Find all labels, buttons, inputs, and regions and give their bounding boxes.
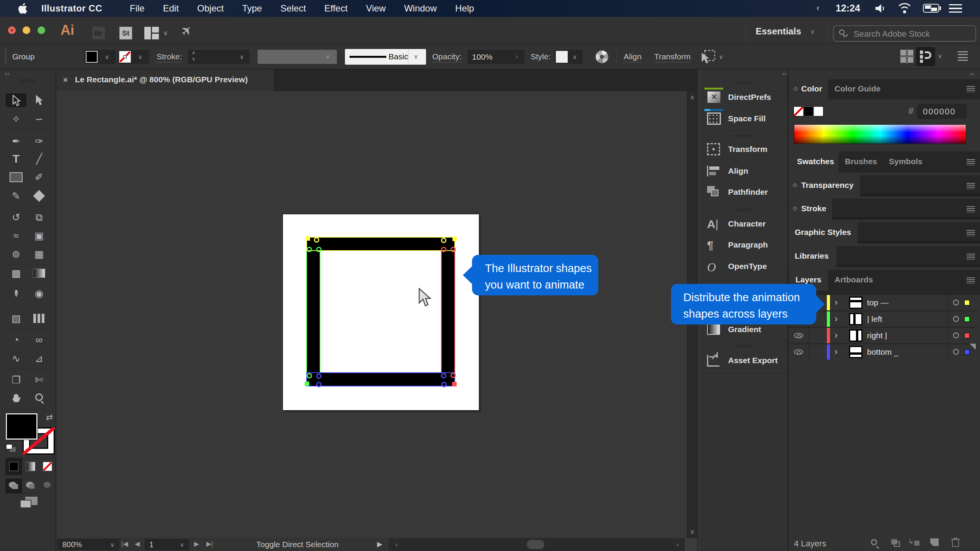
dock-item-character[interactable]: A| Character	[700, 218, 787, 235]
measure-tool[interactable]: ⊿	[28, 351, 50, 366]
control-menu-icon[interactable]	[958, 51, 968, 61]
panel-libraries[interactable]: Libraries	[789, 246, 980, 267]
paintbrush-tool[interactable]: ✐	[28, 170, 50, 185]
close-button[interactable]	[8, 26, 16, 34]
gradient-fill-button[interactable]	[22, 458, 39, 475]
stock-badge[interactable]: St	[119, 27, 132, 39]
color-none-swatch[interactable]	[794, 106, 804, 116]
menu-edit[interactable]: Edit	[163, 3, 179, 14]
menu-object[interactable]: Object	[197, 3, 224, 14]
next-artboard-icon[interactable]: ▶	[194, 540, 199, 548]
layout-chevron-icon[interactable]: ∨	[163, 29, 168, 37]
dock-panels-button[interactable]	[916, 47, 935, 66]
perspective-grid-tool[interactable]: ▦	[28, 246, 50, 262]
new-sublayer-icon[interactable]: ↳	[908, 539, 920, 547]
bridge-badge[interactable]: Br	[92, 27, 105, 39]
menubar-clock[interactable]: 12:24	[836, 3, 860, 14]
style-swatch-button[interactable]: ∨	[554, 50, 583, 64]
align-label[interactable]: Align	[624, 52, 642, 62]
menu-app-name[interactable]: Illustrator CC	[41, 3, 102, 14]
layer-right-expander[interactable]: ›	[835, 330, 838, 341]
dock-item-pathfinder[interactable]: Pathfinder	[700, 186, 787, 203]
shape-right[interactable]	[442, 238, 454, 386]
free-transform-tool[interactable]: ▣	[28, 228, 50, 243]
rotate-tool[interactable]: ↺	[5, 210, 27, 225]
layer-top-selection-chip[interactable]	[964, 300, 970, 305]
layers-search-icon[interactable]	[871, 539, 877, 545]
menu-select[interactable]: Select	[280, 3, 306, 14]
hex-field[interactable]: 000000	[917, 104, 967, 119]
panel-transparency[interactable]: ◇Transparency	[789, 175, 980, 196]
libraries-menu-icon[interactable]	[967, 254, 975, 260]
zoom-level-dropdown[interactable]: 800% ∨	[57, 539, 119, 550]
artboard-tool[interactable]: ❐	[5, 372, 27, 388]
panel-collapse-icon[interactable]: ››	[970, 70, 974, 77]
selection-tool[interactable]	[5, 93, 27, 108]
type-tool[interactable]: T	[5, 151, 27, 166]
layer-right-thumbnail[interactable]	[849, 329, 862, 342]
menu-file[interactable]: File	[130, 3, 145, 14]
status-popup-icon[interactable]: ▶	[377, 540, 382, 548]
stroke-label[interactable]: Stroke:	[157, 52, 182, 62]
tab-artboards[interactable]: Artboards	[828, 270, 880, 291]
dock-chevron-icon[interactable]: ∨	[938, 53, 942, 60]
transform-label[interactable]: Transform	[654, 52, 691, 62]
hand-tool[interactable]	[5, 391, 27, 406]
shape-tool[interactable]: ∞	[28, 332, 50, 347]
dock-item-spacefill[interactable]: Space Fill	[700, 112, 787, 129]
battery-icon[interactable]	[923, 4, 941, 13]
arrange-documents-icon[interactable]	[900, 50, 913, 63]
shape-builder-tool[interactable]: ⊚	[5, 246, 27, 262]
layer-right-target-icon[interactable]	[953, 333, 959, 338]
layer-row-bottom[interactable]: › bottom _	[789, 344, 978, 360]
layer-bottom-expander[interactable]: ›	[835, 346, 838, 357]
color-white-swatch[interactable]	[813, 106, 823, 116]
h-scroll-thumb[interactable]	[527, 540, 544, 549]
screen-mode-button[interactable]	[20, 497, 38, 509]
apple-icon[interactable]	[18, 3, 28, 14]
layer-top-expander[interactable]: ›	[835, 297, 838, 308]
shape-top[interactable]	[307, 238, 454, 250]
shape-left[interactable]	[307, 238, 320, 386]
layer-right-selection-chip[interactable]	[964, 333, 970, 338]
layout-icon[interactable]	[144, 27, 159, 39]
none-fill-button[interactable]	[39, 458, 56, 475]
gradient-tool[interactable]	[28, 266, 50, 281]
draw-normal-button[interactable]	[6, 479, 22, 493]
rectangle-tool[interactable]	[5, 170, 27, 185]
layer-row-right[interactable]: › right |	[789, 328, 978, 343]
stroke-color-button[interactable]: ∨	[118, 50, 149, 64]
new-layer-icon[interactable]	[930, 538, 939, 546]
layer-bottom-name[interactable]: bottom _	[867, 347, 898, 357]
layer-left-selection-chip[interactable]	[964, 316, 970, 322]
workspace-chevron-icon[interactable]: ∨	[810, 28, 815, 35]
layer-bottom-selection-chip[interactable]	[964, 349, 970, 355]
draw-inside-button[interactable]	[39, 479, 56, 493]
curvature-tool[interactable]: ✑	[28, 134, 50, 149]
dock-grip3[interactable]	[736, 208, 752, 212]
dock-item-assetexport[interactable]: ↗ Asset Export	[700, 354, 787, 371]
tab-color-guide[interactable]: Color Guide	[828, 79, 887, 99]
ellipse-path-tool[interactable]: ◔	[5, 332, 27, 347]
tab-brushes[interactable]: Brushes	[838, 152, 882, 173]
panel-stroke[interactable]: ◇Stroke	[789, 199, 980, 220]
layer-top-name[interactable]: top —	[867, 298, 889, 307]
layer-top-thumbnail[interactable]	[849, 297, 862, 309]
list-menu-icon[interactable]	[949, 4, 962, 13]
default-fill-stroke-icon[interactable]	[6, 444, 17, 453]
layer-left-name[interactable]: | left	[867, 315, 882, 324]
dock-grip5[interactable]	[736, 344, 752, 348]
dock-item-gradient[interactable]: Gradient	[700, 323, 787, 340]
transparency-menu-icon[interactable]	[967, 183, 975, 189]
first-artboard-icon[interactable]: |◀	[121, 540, 128, 548]
magic-wand-tool[interactable]: ✧	[5, 111, 27, 127]
canvas-area[interactable]: ∧ ∨ The Illustrator shapes you want to a…	[56, 91, 698, 538]
tab-color[interactable]: ◇Color	[789, 79, 828, 99]
minimize-button[interactable]	[23, 26, 30, 34]
eraser-tool[interactable]	[28, 188, 50, 204]
dock-item-paragraph[interactable]: ¶ Paragraph	[700, 239, 787, 256]
mesh-tool[interactable]: ▩	[5, 266, 27, 281]
blend-tool[interactable]: ◉	[28, 286, 50, 301]
swap-fill-stroke-icon[interactable]: ⇄	[46, 412, 53, 422]
stroke-weight-stepper[interactable]: ∧ ∨ ∨	[188, 50, 250, 64]
